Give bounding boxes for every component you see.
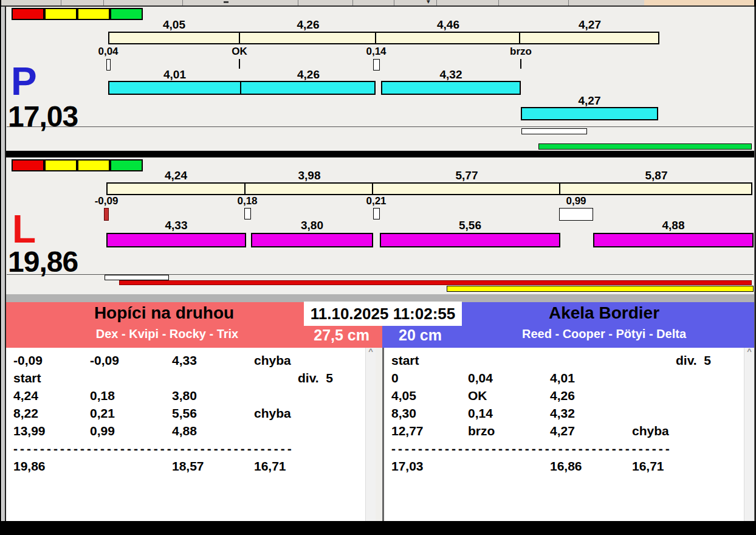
- split-bar-segment: [108, 32, 240, 44]
- result-row: 13,990,994,88: [6, 424, 365, 441]
- tick-label: 0,14: [340, 46, 413, 58]
- scrollbar[interactable]: ^: [365, 348, 376, 521]
- result-cell: 12,77: [391, 424, 424, 438]
- tick-label: OK: [203, 46, 276, 58]
- sector-time-label: 4,88: [593, 219, 754, 232]
- overlay-progress-bar: [538, 143, 752, 150]
- lane-canvas: 4,243,985,775,87-0,090,180,210,994,333,8…: [7, 157, 754, 294]
- tick-mark-box-wide: [559, 208, 593, 221]
- split-bar-segment: [239, 32, 376, 44]
- results-rows: -0,09-0,094,33chybastartdiv. 54,240,183,…: [6, 353, 365, 521]
- team-panel-left: Hopíci na druhou Dex - Kvipi - Rocky - T…: [6, 302, 382, 521]
- result-cell: 18,57: [172, 459, 204, 474]
- split-time-label: 4,46: [376, 18, 520, 32]
- tick-mark-line: [520, 59, 521, 69]
- results-table[interactable]: -0,09-0,094,33chybastartdiv. 54,240,183,…: [6, 348, 376, 521]
- result-row: startdiv. 5: [6, 371, 365, 388]
- split-time-label: 5,77: [373, 169, 560, 182]
- result-cell: 4,32: [550, 406, 575, 421]
- results-table[interactable]: startdiv. 500,044,014,05OK4,268,300,144,…: [382, 348, 754, 521]
- sector-time-label: 4,32: [381, 68, 521, 81]
- overlay-progress-bar: [119, 280, 752, 285]
- toolbar-separator: [182, 0, 183, 5]
- result-cell: div. 5: [676, 353, 711, 368]
- result-cell: 8,30: [391, 406, 416, 421]
- split-bar-segment: [106, 182, 246, 195]
- tick-label: 0,21: [340, 195, 413, 207]
- split-time-label: 4,05: [108, 18, 240, 32]
- sector-bar-segment: [106, 233, 246, 247]
- lane-baseline: [7, 126, 754, 127]
- result-cell: 3,80: [172, 388, 197, 403]
- result-cell: 5,56: [172, 406, 197, 421]
- overlay-progress-bar: [105, 275, 169, 280]
- lane-total-time: 19,86: [8, 247, 78, 277]
- scrollbar[interactable]: ^: [744, 348, 754, 521]
- overlay-progress-bar: [447, 286, 754, 292]
- result-row: 12,77brzo4,27chyba: [384, 424, 743, 441]
- lane-letter: L: [12, 210, 36, 249]
- result-cell: 19,86: [13, 459, 46, 474]
- result-cell: 0,14: [468, 406, 493, 421]
- sector-bar-segment: [521, 107, 658, 120]
- result-cell: 4,05: [391, 388, 416, 403]
- tick-label: 0,99: [540, 195, 613, 207]
- sector-time-label: 4,27: [521, 94, 658, 108]
- start-light-cell: [12, 8, 44, 20]
- result-cell: 16,71: [254, 459, 286, 474]
- team-members: Dex - Kvipi - Rocky - Trix: [6, 327, 328, 341]
- sector-bar-segment: [380, 233, 560, 247]
- scrollbar-up-icon[interactable]: ^: [744, 348, 754, 354]
- split-time-label: 3,98: [246, 169, 373, 182]
- jump-height-label: 27,5 cm: [314, 326, 369, 344]
- sector-time-label: 4,33: [106, 219, 246, 232]
- result-row: 00,044,01: [384, 371, 743, 388]
- lane-right-P: 4,054,264,464,270,04OK0,14brzo4,014,264,…: [7, 6, 754, 151]
- result-cell: 0,04: [468, 371, 493, 385]
- split-time-label: 5,87: [560, 169, 752, 182]
- result-cell: 16,71: [632, 459, 664, 474]
- result-row: -0,09-0,094,33chyba: [6, 353, 365, 371]
- result-cell: div. 5: [298, 371, 333, 385]
- team-panel-right: Akela Bordier Reed - Cooper - Pötyi - De…: [382, 302, 754, 521]
- overlay-progress-bar: [521, 128, 587, 134]
- result-cell: 0,18: [90, 388, 115, 403]
- toolbar-button-glyph: [224, 1, 229, 3]
- result-cell: 4,88: [172, 424, 197, 438]
- result-cell: chyba: [254, 353, 291, 368]
- team-name: Akela Bordier: [455, 303, 753, 323]
- result-cell: chyba: [254, 406, 291, 421]
- start-light-cell: [12, 159, 44, 171]
- lane-canvas: 4,054,264,464,270,04OK0,14brzo4,014,264,…: [7, 6, 754, 151]
- tick-label: -0,09: [70, 195, 143, 207]
- sector-time-label: 5,56: [380, 219, 560, 232]
- lane-divider: [6, 151, 754, 157]
- scrollbar-up-icon[interactable]: ^: [366, 348, 376, 354]
- tick-mark-box: [244, 208, 251, 219]
- result-row: 4,240,183,80: [6, 388, 365, 406]
- result-row: ----------------------------------------…: [384, 441, 743, 459]
- tick-mark-box: [373, 208, 380, 219]
- split-bar-segment: [375, 32, 520, 44]
- tick-label: 0,04: [72, 46, 145, 58]
- tick-label: 0,18: [211, 195, 284, 207]
- result-cell: 0,21: [90, 406, 115, 421]
- result-row: startdiv. 5: [384, 353, 743, 371]
- toolbar-separator: [436, 0, 437, 5]
- result-cell: 4,27: [550, 424, 575, 438]
- split-time-label: 4,24: [106, 169, 246, 182]
- sector-bar-segment: [381, 81, 521, 95]
- toolbar-separator: [352, 0, 353, 5]
- result-row: 19,8618,5716,71: [6, 459, 365, 477]
- toolbar[interactable]: ▾: [1, 0, 754, 5]
- sector-bar-segment: [108, 81, 241, 95]
- toolbar-separator: [498, 0, 499, 5]
- result-row: ----------------------------------------…: [6, 441, 365, 459]
- split-time-label: 4,26: [240, 18, 376, 32]
- split-time-label: 4,27: [520, 18, 659, 32]
- toolbar-separator: [568, 0, 569, 5]
- team-members: Reed - Cooper - Pötyi - Delta: [455, 327, 753, 341]
- lane-letter: P: [11, 62, 37, 101]
- result-row: 8,300,144,32: [384, 406, 743, 424]
- results-rows: startdiv. 500,044,014,05OK4,268,300,144,…: [384, 353, 743, 521]
